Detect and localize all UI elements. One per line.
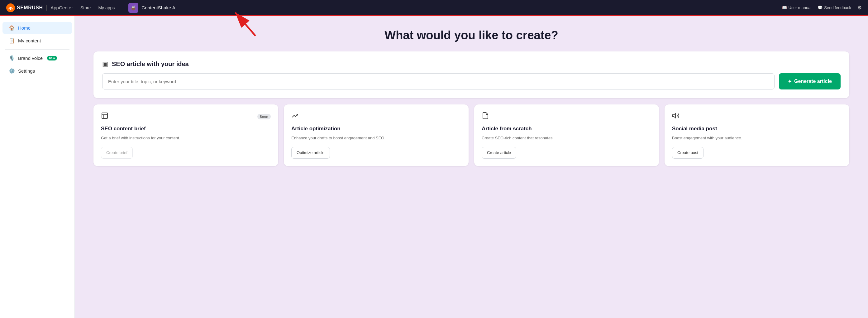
home-label: Home [18, 25, 31, 31]
brand-voice-label: Brand voice [18, 56, 43, 61]
settings-icon: ⚙️ [9, 68, 15, 74]
store-link[interactable]: Store [81, 5, 91, 10]
semrush-logo[interactable]: SEMRUSH | AppCenter [6, 3, 73, 12]
seo-article-icon: ▣ [102, 60, 108, 68]
sidebar-item-brand-voice[interactable]: 🎙️ Brand voice new [2, 52, 72, 64]
feature-desc-2: Create SEO-rich content that resonates. [482, 135, 651, 141]
semrush-icon [6, 3, 15, 12]
generate-article-button[interactable]: ✦ Generate article [779, 73, 841, 89]
feature-icon-1 [291, 112, 299, 121]
feature-card: Article from scratch Create SEO-rich con… [474, 105, 659, 166]
feature-card-top-2 [482, 112, 651, 121]
sidebar-item-home[interactable]: 🏠 Home [2, 22, 72, 34]
feature-title-3: Social media post [672, 126, 842, 132]
soon-badge-0: Soon [257, 114, 271, 119]
feedback-icon: 💬 [817, 5, 823, 10]
feature-card: Social media post Boost engagement with … [664, 105, 849, 166]
appcenter-label: AppCenter [51, 5, 73, 10]
top-navigation: SEMRUSH | AppCenter Store My apps 🧉 Cont… [0, 0, 868, 16]
send-feedback-link[interactable]: 💬 Send feedback [817, 5, 851, 10]
book-icon: 📖 [782, 5, 787, 10]
sidebar-divider [5, 49, 69, 50]
app-icon: 🧉 [128, 3, 138, 13]
seo-search-row: ✦ Generate article [102, 73, 841, 89]
settings-gear-icon[interactable]: ⚙ [858, 5, 862, 10]
brand-voice-new-badge: new [47, 56, 57, 60]
feature-desc-0: Get a brief with instructions for your c… [101, 135, 271, 141]
sidebar-item-my-content[interactable]: 📋 My content [2, 35, 72, 47]
nav-right-section: 📖 User manual 💬 Send feedback ⚙ [782, 5, 862, 10]
feature-icon-0 [101, 112, 108, 121]
feature-cards-grid: Soon SEO content brief Get a brief with … [93, 105, 849, 166]
feature-icon-2 [482, 112, 489, 121]
seo-article-title: SEO article with your idea [112, 60, 189, 68]
feature-card: Soon SEO content brief Get a brief with … [93, 105, 278, 166]
app-center-section: 🧉 ContentShake AI [128, 3, 177, 13]
feature-desc-1: Enhance your drafts to boost engagement … [291, 135, 461, 141]
feature-title-0: SEO content brief [101, 126, 271, 132]
brand-name: SEMRUSH [17, 5, 43, 10]
app-name: ContentShake AI [142, 5, 177, 10]
seo-article-card: ▣ SEO article with your idea ✦ Generate … [93, 52, 849, 98]
sidebar-item-settings[interactable]: ⚙️ Settings [2, 65, 72, 77]
content-icon: 📋 [9, 38, 15, 44]
seo-card-header: ▣ SEO article with your idea [102, 60, 841, 68]
feature-card-top-1 [291, 112, 461, 121]
feature-desc-3: Boost engagement with your audience. [672, 135, 842, 141]
brand-divider: | [46, 4, 48, 11]
brand-voice-icon: 🎙️ [9, 55, 15, 61]
generate-btn-label: Generate article [794, 79, 832, 84]
feature-card: Article optimization Enhance your drafts… [284, 105, 469, 166]
sidebar: 🏠 Home 📋 My content 🎙️ Brand voice new ⚙… [0, 16, 75, 318]
svg-point-1 [10, 8, 11, 10]
home-icon: 🏠 [9, 25, 15, 31]
feature-icon-3 [672, 112, 680, 121]
page-title: What would you like to create? [93, 29, 849, 42]
topic-input[interactable] [102, 73, 775, 89]
user-manual-link[interactable]: 📖 User manual [782, 5, 812, 10]
feature-btn-3[interactable]: Create post [672, 147, 704, 159]
generate-icon: ✦ [787, 79, 792, 85]
feature-btn-2[interactable]: Create article [482, 147, 516, 159]
my-content-label: My content [18, 38, 41, 44]
feature-card-top-0: Soon [101, 112, 271, 121]
my-apps-link[interactable]: My apps [98, 5, 115, 10]
feature-title-1: Article optimization [291, 126, 461, 132]
feature-btn-1[interactable]: Optimize article [291, 147, 330, 159]
feature-btn-0: Create brief [101, 147, 133, 159]
settings-label: Settings [18, 68, 35, 74]
svg-rect-5 [102, 113, 107, 118]
svg-marker-6 [673, 114, 676, 118]
feature-card-top-3 [672, 112, 842, 121]
feature-title-2: Article from scratch [482, 126, 651, 132]
main-layout: 🏠 Home 📋 My content 🎙️ Brand voice new ⚙… [0, 16, 868, 318]
main-content: What would you like to create? ▣ SEO art… [75, 16, 868, 318]
